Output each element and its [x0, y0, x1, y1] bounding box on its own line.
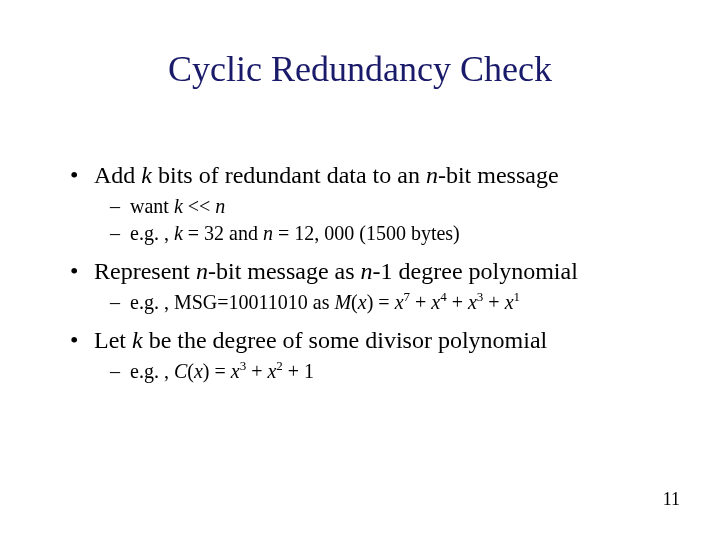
bullet-1-sub-1: –want k << n — [110, 194, 680, 219]
slide: Cyclic Redundancy Check •Add k bits of r… — [0, 0, 720, 540]
slide-title: Cyclic Redundancy Check — [0, 48, 720, 90]
text: + — [447, 291, 468, 313]
var-x: x — [395, 291, 404, 313]
text: Let — [94, 327, 132, 353]
text: want — [130, 195, 174, 217]
var-k: k — [174, 195, 183, 217]
bullet-3-sub-1: –e.g. , C(x) = x3 + x2 + 1 — [110, 359, 680, 384]
page-number: 11 — [663, 489, 680, 510]
bullet-3: •Let k be the degree of some divisor pol… — [70, 325, 680, 355]
text: Add — [94, 162, 141, 188]
text: e.g. , — [130, 360, 174, 382]
text: e.g. , — [130, 222, 174, 244]
var-x: x — [267, 360, 276, 382]
text: = 32 and — [183, 222, 263, 244]
text: + 1 — [283, 360, 314, 382]
var-n: n — [196, 258, 208, 284]
text: bits of redundant data to an — [152, 162, 426, 188]
bullet-2-sub-1: –e.g. , MSG=10011010 as M(x) = x7 + x4 +… — [110, 290, 680, 315]
exp: 1 — [514, 289, 521, 304]
bullet-2: •Represent n-bit message as n-1 degree p… — [70, 256, 680, 286]
bullet-1: •Add k bits of redundant data to an n-bi… — [70, 160, 680, 190]
var-k: k — [174, 222, 183, 244]
var-n: n — [263, 222, 273, 244]
text: << — [183, 195, 216, 217]
bullet-1-sub-2: –e.g. , k = 32 and n = 12, 000 (1500 byt… — [110, 221, 680, 246]
text: ( — [187, 360, 194, 382]
var-x: x — [468, 291, 477, 313]
text: = 12, 000 (1500 bytes) — [273, 222, 460, 244]
text: Represent — [94, 258, 196, 284]
dash-icon: – — [110, 221, 130, 246]
text: -bit message — [438, 162, 559, 188]
var-x: x — [431, 291, 440, 313]
text: -bit message as — [208, 258, 361, 284]
var-k: k — [141, 162, 152, 188]
bullet-dot-icon: • — [70, 256, 94, 286]
fn-C: C — [174, 360, 187, 382]
text: ( — [351, 291, 358, 313]
var-n: n — [361, 258, 373, 284]
text: be the degree of some divisor polynomial — [143, 327, 548, 353]
bullet-dot-icon: • — [70, 325, 94, 355]
var-n: n — [215, 195, 225, 217]
text: ) = — [203, 360, 231, 382]
var-k: k — [132, 327, 143, 353]
var-x: x — [231, 360, 240, 382]
text: + — [410, 291, 431, 313]
dash-icon: – — [110, 359, 130, 384]
slide-content: •Add k bits of redundant data to an n-bi… — [70, 150, 680, 386]
text: -1 degree polynomial — [373, 258, 578, 284]
text: e.g. , MSG=10011010 as — [130, 291, 334, 313]
var-x: x — [505, 291, 514, 313]
text: ) = — [367, 291, 395, 313]
text: + — [246, 360, 267, 382]
text: + — [483, 291, 504, 313]
fn-M: M — [334, 291, 351, 313]
var-x: x — [358, 291, 367, 313]
dash-icon: – — [110, 290, 130, 315]
dash-icon: – — [110, 194, 130, 219]
var-x: x — [194, 360, 203, 382]
bullet-dot-icon: • — [70, 160, 94, 190]
var-n: n — [426, 162, 438, 188]
